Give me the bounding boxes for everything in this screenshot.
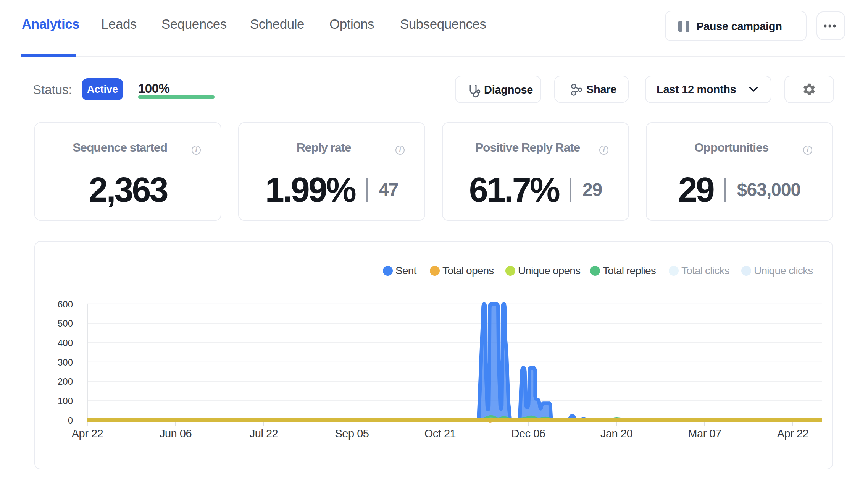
- svg-text:Jan 20: Jan 20: [600, 427, 632, 440]
- svg-text:300: 300: [58, 357, 73, 367]
- svg-text:Dec 06: Dec 06: [511, 427, 545, 440]
- svg-text:500: 500: [58, 318, 73, 329]
- svg-text:Oct 21: Oct 21: [424, 427, 456, 440]
- svg-text:Jul 22: Jul 22: [250, 427, 278, 440]
- svg-text:100: 100: [58, 396, 73, 406]
- svg-text:Sep 05: Sep 05: [335, 427, 369, 440]
- svg-text:Mar 07: Mar 07: [688, 427, 721, 440]
- svg-text:400: 400: [58, 338, 73, 348]
- svg-text:Jun 06: Jun 06: [160, 427, 192, 440]
- svg-text:600: 600: [58, 299, 73, 309]
- svg-text:0: 0: [68, 415, 73, 426]
- svg-text:Apr 22: Apr 22: [72, 427, 103, 440]
- svg-text:200: 200: [58, 376, 73, 387]
- svg-text:Apr 22: Apr 22: [777, 427, 808, 440]
